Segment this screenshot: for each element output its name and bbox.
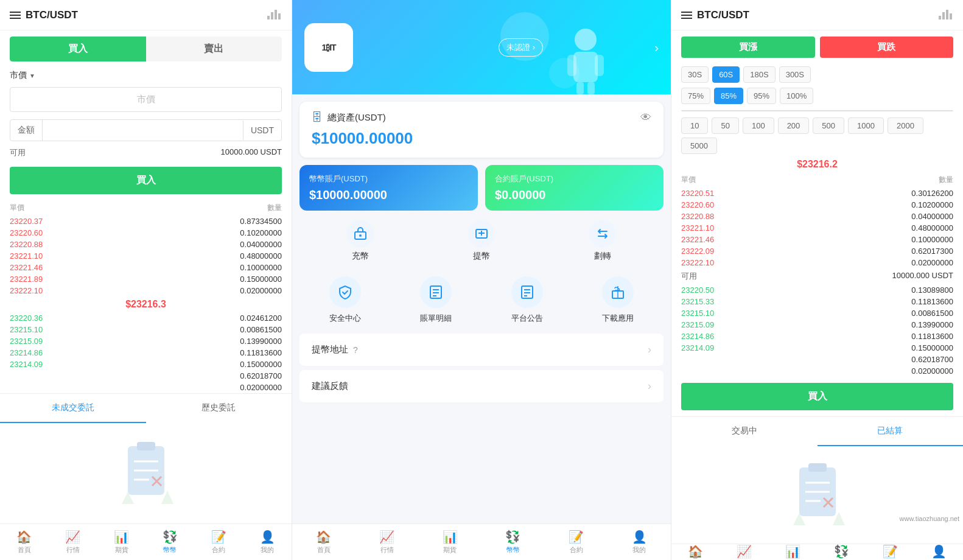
right-bid-price: 23214.86 (681, 332, 714, 341)
help-icon[interactable]: ? (353, 345, 358, 355)
left-history-tab[interactable]: 歷史委託 (146, 394, 292, 423)
center-nav-home[interactable]: 🏠 首頁 (292, 524, 355, 560)
right-bid-price: 23215.33 (681, 297, 714, 306)
center-nav-contract-label: 合約 (570, 545, 583, 555)
banner-next-arrow[interactable]: › (654, 40, 659, 54)
quick-amount-btn[interactable]: 2000 (888, 117, 923, 134)
center-nav-spot[interactable]: 💱 幣幣 (482, 524, 545, 560)
chart-icon[interactable] (267, 7, 282, 23)
left-nav-home[interactable]: 🏠 首頁 (0, 524, 49, 560)
left-buy-tab[interactable]: 買入 (10, 37, 146, 61)
left-nav-spot[interactable]: 💱 幣幣 (145, 524, 194, 560)
security-icon (337, 284, 353, 300)
center-nav-contract[interactable]: 📝 合約 (545, 524, 608, 560)
hamburger-icon[interactable] (10, 12, 21, 19)
center-bottom-nav: 🏠 首頁 📈 行情 📊 期貨 💱 幣幣 📝 合約 👤 我的 (292, 523, 671, 560)
quick-amount-btn[interactable]: 10 (681, 117, 708, 134)
quick-amount-btn[interactable]: 200 (778, 117, 810, 134)
right-nav-market[interactable]: 📈 行情 (720, 544, 769, 560)
buy-down-button[interactable]: 買跌 (820, 37, 954, 58)
feedback-item[interactable]: 建議反饋 › (299, 370, 664, 403)
right-nav-contract[interactable]: 📝 合約 (866, 544, 914, 560)
security-center-item[interactable]: 安全中心 (299, 276, 391, 324)
right-amount-input[interactable] (714, 110, 914, 111)
right-settled-tab[interactable]: 已結算 (818, 417, 964, 446)
right-chart-icon[interactable] (939, 7, 953, 23)
center-nav-futures[interactable]: 📊 期貨 (418, 524, 482, 560)
time-option-btn[interactable]: 180S (743, 66, 775, 83)
deposit-action[interactable]: 充幣 (299, 220, 421, 262)
right-price-header: 單價 (681, 175, 696, 185)
right-asks: 23220.510.3012620023220.600.102000002322… (671, 187, 963, 268)
right-nav-spot[interactable]: 💱 幣幣 (817, 544, 866, 560)
pct-option-btn[interactable]: 100% (780, 88, 813, 104)
right-buy-button[interactable]: 買入 (681, 383, 953, 410)
left-buy-button[interactable]: 買入 (10, 167, 282, 194)
right-ask-price: 23220.60 (681, 200, 714, 209)
time-option-btn[interactable]: 300S (779, 66, 811, 83)
right-nav-profile[interactable]: 👤 我的 (914, 544, 963, 560)
bid-row: 23215.090.13990000 (0, 335, 292, 347)
left-nav-profile[interactable]: 👤 我的 (243, 524, 292, 560)
bill-item[interactable]: 賬單明細 (391, 276, 482, 324)
left-mid-price: $23216.3 (0, 296, 292, 312)
bid-price: 23215.09 (10, 337, 43, 346)
right-contract-icon: 📝 (883, 544, 898, 559)
bid-qty: 0.02000000 (240, 383, 282, 392)
left-nav-profile-label: 我的 (261, 545, 274, 555)
ask-qty: 0.10200000 (240, 228, 282, 237)
time-option-btn[interactable]: 30S (681, 66, 709, 83)
pct-option-btn[interactable]: 85% (714, 88, 743, 104)
ask-price: 23220.60 (10, 228, 43, 237)
right-ask-row: 23221.100.48000000 (671, 222, 963, 234)
market-icon: 📈 (65, 530, 80, 544)
left-sell-tab[interactable]: 賣出 (146, 37, 282, 61)
center-contract-icon: 📝 (569, 530, 584, 544)
contract-icon: 📝 (211, 530, 226, 544)
left-nav-market[interactable]: 📈 行情 (49, 524, 97, 560)
bill-icon-circle (420, 276, 452, 308)
quick-amount-btn[interactable]: 5000 (681, 138, 717, 154)
ask-price: 23221.46 (10, 263, 43, 272)
left-open-orders-tab[interactable]: 未成交委託 (0, 394, 146, 423)
right-nav-home[interactable]: 🏠 首頁 (671, 544, 720, 560)
right-nav-futures[interactable]: 📊 期貨 (769, 544, 818, 560)
right-avail-label: 可用 (681, 271, 697, 282)
right-ask-qty: 0.48000000 (911, 223, 953, 233)
quick-amount-btn[interactable]: 50 (712, 117, 738, 134)
pct-option-btn[interactable]: 95% (747, 88, 776, 104)
quick-amount-btn[interactable]: 1000 (848, 117, 884, 134)
quick-amount-btn[interactable]: 500 (813, 117, 844, 134)
right-trading-tab[interactable]: 交易中 (671, 417, 818, 446)
eye-icon[interactable]: 👁 (640, 111, 651, 124)
right-bid-row: 23215.100.00861500 (671, 307, 963, 319)
right-orderbook-header: 單價 數量 (671, 172, 963, 187)
transfer-action[interactable]: 劃轉 (542, 220, 664, 262)
contract-account-card: 合約賬戶(USDT) $0.00000 (485, 165, 664, 211)
quick-amount-btn[interactable]: 100 (743, 117, 774, 134)
left-market-input[interactable]: 市價 (10, 87, 282, 112)
qty-header: 數量 (267, 203, 282, 213)
center-nav-profile[interactable]: 👤 我的 (608, 524, 671, 560)
amount-input[interactable] (43, 121, 243, 140)
ask-price: 23220.37 (10, 217, 43, 226)
center-nav-market[interactable]: 📈 行情 (355, 524, 419, 560)
withdraw-action[interactable]: 提幣 (421, 220, 542, 262)
buy-up-button[interactable]: 買漲 (681, 37, 815, 58)
right-bid-qty: 0.11813600 (911, 297, 953, 306)
unverified-badge[interactable]: 未認證 › (499, 38, 543, 57)
announcement-item[interactable]: 平台公告 (482, 276, 573, 324)
ask-qty: 0.04000000 (240, 240, 282, 249)
left-nav-futures[interactable]: 📊 期貨 (97, 524, 146, 560)
right-bid-qty: 0.11813600 (911, 332, 953, 341)
left-nav-contract[interactable]: 📝 合約 (194, 524, 243, 560)
right-mid-price: $23216.2 (671, 156, 963, 172)
spot-account-amount: $10000.00000 (309, 188, 468, 202)
pct-option-btn[interactable]: 75% (681, 88, 710, 104)
download-item[interactable]: 下載應用 (573, 276, 664, 324)
withdrawal-address-item[interactable]: 提幣地址 ? › (299, 334, 664, 366)
right-ask-price: 23222.10 (681, 258, 714, 267)
right-hamburger-icon[interactable] (681, 12, 692, 19)
time-option-btn[interactable]: 60S (712, 66, 740, 83)
right-ask-row: 23222.100.02000000 (671, 257, 963, 268)
